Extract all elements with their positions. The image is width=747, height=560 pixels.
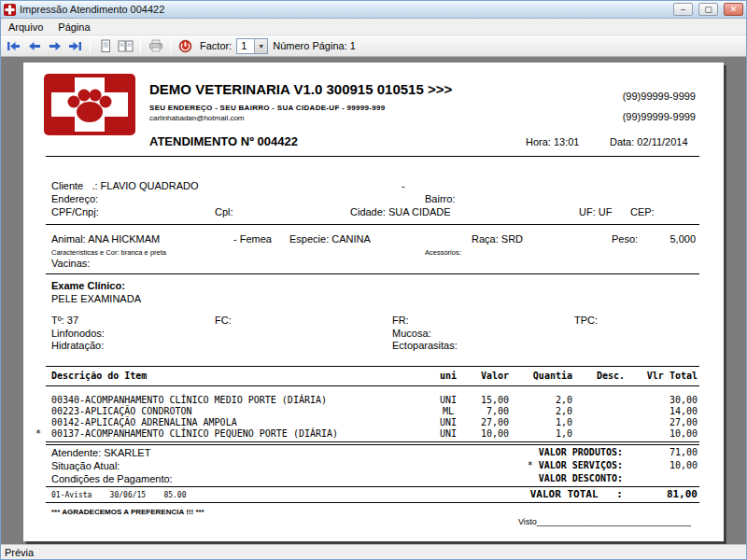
data-value: Data: 02/11/2014	[610, 136, 688, 147]
total-label: VALOR SERVIÇOS:	[539, 460, 623, 470]
report-page: DEMO VETERINARIA V1.0 300915 010515 >>> …	[23, 63, 724, 541]
item-total: 10,00	[613, 428, 698, 439]
cliente-value: FLAVIO QUADRADO	[101, 180, 199, 191]
especie-label: Especie:	[289, 233, 329, 245]
toolbar: Factor: 1 ▼ Número Página: 1	[1, 35, 746, 57]
next-page-button[interactable]	[45, 37, 64, 55]
preview-area: DEMO VETERINARIA V1.0 300915 010515 >>> …	[1, 57, 746, 544]
especie-row: Especie: CANINA	[289, 233, 371, 245]
peso-label: Peso:	[612, 233, 638, 245]
app-window: Impressão Atendimento 004422 – ▢ ✕ Arqui…	[0, 0, 747, 560]
item-quantia: 1,0	[503, 417, 572, 427]
exit-preview-button[interactable]	[176, 37, 195, 55]
single-page-view-button[interactable]	[95, 37, 115, 55]
close-button[interactable]: ✕	[724, 3, 743, 16]
window-title: Impressão Atendimento 004422	[20, 4, 668, 15]
divider	[46, 366, 699, 367]
total-row: VALOR DESCONTO:	[528, 473, 698, 483]
items-header-row: Descrição do Item uni Valor Quantia Desc…	[23, 371, 724, 382]
clinic-phone-1: (99)99999-9999	[623, 91, 696, 102]
tpc-label: TPC:	[574, 315, 598, 326]
cpl-label: Cpl:	[215, 206, 233, 217]
divider	[46, 385, 699, 386]
pagamento-line: 01-Avista 30/06/15 85.00	[51, 491, 187, 499]
clinic-address: SEU ENDEREÇO - SEU BAIRRO - SUA CIDADE-U…	[149, 104, 386, 112]
animal-row: Animal: ANA HICKMAM	[51, 233, 160, 245]
endereco-label: Endereço:	[51, 193, 98, 204]
previous-page-button[interactable]	[24, 37, 44, 55]
titlebar[interactable]: Impressão Atendimento 004422 – ▢ ✕	[1, 1, 746, 19]
total-label: VALOR TOTAL :	[530, 488, 623, 500]
total-mark	[519, 488, 530, 500]
hora-value: Hora: 13:01	[526, 136, 579, 147]
chevron-down-icon[interactable]: ▼	[254, 39, 267, 53]
col-header-descricao: Descrição do Item	[51, 371, 147, 381]
exame-clinico-value: PELE EXAMINADA	[51, 293, 141, 304]
item-quantia: 2,0	[503, 395, 572, 405]
fc-label: FC:	[215, 315, 232, 326]
item-valor: 10,00	[440, 428, 509, 439]
total-mark	[528, 473, 539, 483]
col-header-valor: Valor	[440, 371, 509, 381]
last-page-button[interactable]	[65, 37, 85, 55]
cliente-label: Cliente .:	[51, 180, 98, 191]
ectoparasitas-label: Ectoparasitas:	[392, 340, 458, 351]
printer-icon	[148, 39, 163, 52]
factor-select[interactable]: 1 ▼	[236, 38, 268, 54]
maximize-button[interactable]: ▢	[698, 3, 718, 16]
fr-label: FR:	[392, 315, 409, 326]
first-page-arrow-icon	[7, 41, 21, 51]
print-button[interactable]	[146, 37, 165, 55]
cidade-label: Cidade:	[350, 206, 386, 217]
cidade-value: SUA CIDADE	[388, 206, 451, 217]
item-valor: 7,00	[440, 406, 509, 416]
single-page-view-icon	[99, 39, 112, 53]
divider	[46, 156, 699, 157]
cep-label: CEP:	[630, 206, 655, 217]
total-value: 71,00	[623, 447, 698, 457]
divider	[46, 444, 699, 445]
cpf-label: CPF/Cnpj:	[51, 206, 99, 217]
item-total: 30,00	[613, 395, 698, 405]
divider	[46, 224, 699, 225]
menu-pagina[interactable]: Página	[50, 21, 97, 34]
divider	[46, 441, 699, 442]
total-value: 10,00	[623, 460, 698, 470]
toolbar-separator	[90, 38, 91, 53]
total-label: VALOR DESCONTO:	[539, 473, 623, 483]
total-row-grand: VALOR TOTAL : 81,00	[519, 488, 698, 500]
animal-label: Animal:	[51, 233, 86, 245]
item-row: 00340-ACOMPANHAMENTO CLÍNICO MEDIO PORTE…	[23, 395, 724, 406]
total-mark	[528, 447, 539, 457]
visto-line: Visto_________________________________	[518, 517, 691, 526]
atendente-line: Atendente: SKARLET	[51, 447, 150, 458]
cidade-row: Cidade: SUA CIDADE	[350, 206, 451, 217]
minimize-button[interactable]: –	[673, 3, 693, 16]
uf-row: UF: UF	[579, 206, 612, 217]
total-row: VALOR PRODUTOS: 71,00	[528, 447, 698, 457]
acessorios-label: Acessórios:	[425, 248, 461, 257]
clinic-name: DEMO VETERINARIA V1.0 300915 010515 >>>	[149, 81, 452, 97]
document-title: ATENDIMENTO Nº 004422	[149, 134, 298, 148]
bairro-label: Bairro:	[425, 193, 455, 204]
total-label: VALOR PRODUTOS:	[539, 447, 623, 457]
item-valor: 15,00	[440, 395, 509, 405]
uf-value: UF	[599, 206, 613, 217]
app-icon	[4, 4, 16, 16]
uf-label: UF:	[579, 206, 596, 217]
col-header-vlr-total: Vlr Total	[613, 371, 698, 381]
agradecimento-line: *** AGRADECEMOS A PREFERENCIA !!! ***	[51, 508, 204, 516]
total-value: 81,00	[623, 488, 698, 500]
next-page-arrow-icon	[49, 41, 62, 51]
statusbar: Prévia	[1, 544, 746, 559]
item-quantia: 2,0	[503, 406, 572, 416]
two-page-view-button[interactable]	[116, 37, 135, 55]
item-descricao: 00340-ACOMPANHAMENTO CLÍNICO MEDIO PORTE…	[51, 395, 327, 405]
first-page-button[interactable]	[4, 37, 23, 55]
menubar: Arquivo Página	[1, 19, 746, 35]
total-value	[623, 473, 698, 483]
status-text: Prévia	[5, 547, 34, 558]
toolbar-separator	[140, 38, 141, 53]
item-descricao: 00223-APLICAÇÃO CONDROTON	[51, 406, 192, 416]
menu-arquivo[interactable]: Arquivo	[1, 21, 50, 34]
